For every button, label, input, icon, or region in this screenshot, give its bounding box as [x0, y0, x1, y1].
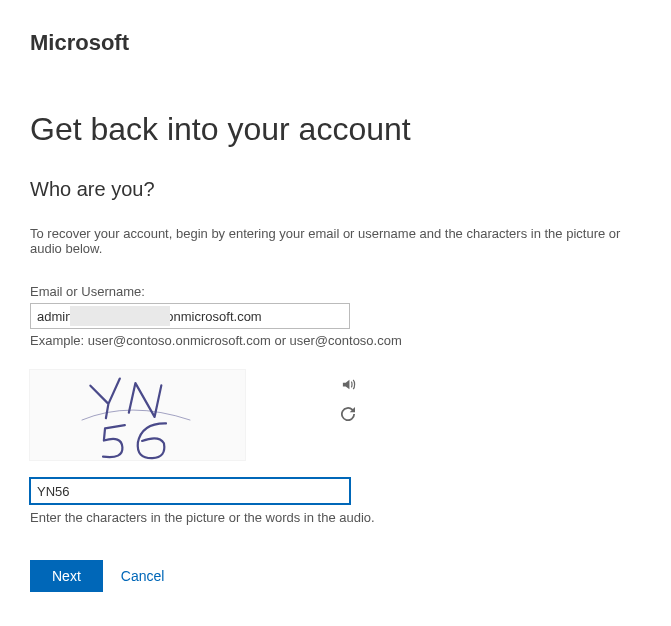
next-button[interactable]: Next [30, 560, 103, 592]
email-label: Email or Username: [30, 284, 641, 299]
instructions-text: To recover your account, begin by enteri… [30, 226, 641, 256]
cancel-link[interactable]: Cancel [121, 568, 165, 584]
captcha-input[interactable] [30, 478, 350, 504]
email-example: Example: user@contoso.onmicrosoft.com or… [30, 333, 641, 348]
brand-logo: Microsoft [30, 30, 641, 56]
audio-icon[interactable] [340, 376, 356, 392]
page-subtitle: Who are you? [30, 178, 641, 201]
page-title: Get back into your account [30, 111, 641, 148]
captcha-image [30, 370, 245, 460]
captcha-help-text: Enter the characters in the picture or t… [30, 510, 641, 525]
refresh-icon[interactable] [340, 406, 356, 422]
email-field[interactable] [30, 303, 350, 329]
